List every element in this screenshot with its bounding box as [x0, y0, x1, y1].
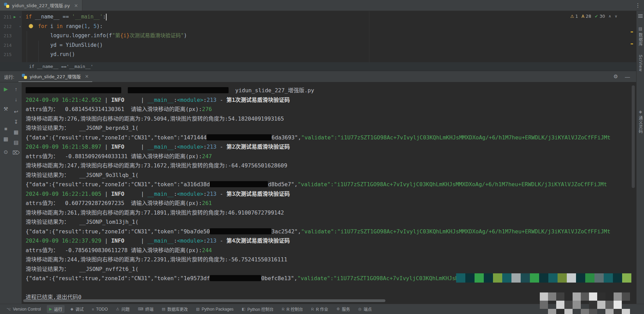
statusbar-run[interactable]: ▶运行	[47, 305, 65, 313]
text-segment: 2024-09-09 16:22:21.005	[26, 191, 101, 197]
statusbar-label: Version Control	[13, 307, 41, 312]
more-icon[interactable]: ⋮	[635, 2, 641, 9]
text-segment: INFO	[111, 97, 137, 103]
console-line: yidun_slide_227_增强版.py	[26, 86, 636, 95]
statusbar-todo[interactable]: ≡TODO	[90, 306, 110, 313]
code-editor[interactable]: 211▶▾212▾213214215 if __name__ == '__mai…	[0, 11, 636, 62]
text-segment: {"data":{"result":true,"zoneId":"CN31","…	[26, 134, 207, 141]
tool-button-database[interactable]: ▤ 数据库	[636, 26, 644, 46]
tool-button-sciview[interactable]: SciView	[636, 55, 644, 71]
statusbar-services[interactable]: ⚙服务	[334, 305, 353, 313]
intention-bulb-icon[interactable]	[29, 24, 33, 28]
run-console[interactable]: yidun_slide_227_增强版.py2024-09-09 16:21:4…	[22, 82, 636, 304]
text-segment: {"data":{"result":true,"zoneId":"CN31","…	[26, 181, 210, 188]
terminal-icon: ⌨	[138, 307, 143, 311]
statusbar-problems[interactable]: ⚠问题	[114, 305, 132, 313]
fold-icon[interactable]: ▾	[19, 15, 21, 19]
breadcrumb[interactable]: if __name__ =='__main__'	[0, 64, 93, 69]
text-segment: :	[174, 191, 177, 197]
pkg-icon: ▧	[196, 307, 200, 311]
scroll-to-end-button[interactable]: ↧	[14, 119, 18, 125]
text-segment: 3ac2542",	[271, 228, 301, 235]
text-segment: 244	[202, 247, 212, 254]
statusbar-r-jobs[interactable]: RR 作业	[309, 305, 331, 313]
statusbar-debug[interactable]: ◆调试	[68, 305, 86, 313]
statusbar-label: 运行	[54, 306, 62, 312]
text-segment: ):	[97, 23, 103, 29]
inspection-stripe-mark[interactable]	[631, 43, 633, 44]
line-number: 215	[0, 52, 12, 57]
text-segment: 276	[202, 106, 212, 112]
statusbar-r-console[interactable]: RR 控制台	[279, 305, 305, 313]
line-number: 212	[0, 24, 12, 29]
console-line: {"data":{"result":true,"zoneId":"CN31","…	[26, 180, 636, 189]
text-segment: i	[50, 23, 56, 29]
restore-layout-button[interactable]: ▦	[3, 136, 8, 142]
statusbar-endpoints[interactable]: ◎端点	[356, 305, 374, 313]
text-segment: 2024-09-09 16:22:37.929	[26, 237, 101, 244]
gear-icon[interactable]: ⚙	[614, 73, 618, 80]
text-segment: :	[203, 144, 207, 150]
minimize-icon[interactable]: —	[625, 74, 630, 80]
pin-button[interactable]: ⊙	[4, 149, 8, 155]
next-problem-icon[interactable]: ∨	[615, 14, 617, 18]
code-line-213[interactable]: loguru.logger.info(f"第{i}次测试易盾滑块验证码")	[26, 31, 187, 41]
text-segment: -	[217, 144, 227, 150]
rerun-button[interactable]: ▶	[4, 86, 8, 92]
tool-label: SciView	[638, 55, 643, 71]
python-icon: ◧	[242, 307, 245, 311]
text-segment: attrs值为： -0.7856190830611278 请输入滑块移动的距离(…	[26, 247, 202, 254]
code-line-214[interactable]: yd = YiDunSlide()	[26, 41, 187, 50]
text-caret	[106, 14, 107, 21]
statusbar-python-console[interactable]: ◧Python 控制台	[239, 305, 276, 313]
code-line-212[interactable]: for i in range(1, 5):	[26, 22, 187, 31]
inspection-stripe-mark[interactable]	[631, 31, 633, 32]
statusbar-label: R 作业	[316, 306, 328, 312]
text-segment: <module>	[177, 97, 203, 103]
code-line-215[interactable]: yd.run()	[26, 50, 187, 59]
editor-tab[interactable]: yidun_slide_227_增强版.py ×	[0, 0, 82, 11]
up-stack-trace-button[interactable]: ↑	[15, 86, 17, 92]
settings-wrench-button[interactable]: ⚒	[3, 106, 8, 112]
database-icon: ▤	[639, 26, 642, 31]
prev-problem-icon[interactable]: ∧	[608, 14, 611, 18]
redacted-block	[207, 134, 272, 140]
close-icon[interactable]: ×	[85, 73, 89, 79]
console-line: 滑块验证结果为： __JSONP_berpn63_1(	[26, 123, 636, 133]
hidden-toolwindows-icon[interactable]	[636, 14, 644, 18]
gutter-line-215: 215	[0, 50, 22, 59]
text-segment: "validate":"i1U77zSZT1GO98Ac+7vIvyljC03K…	[301, 134, 611, 141]
tool-button-ai-assistant[interactable]: ◈ 通义灵码	[636, 109, 644, 134]
vertical-scrollbar[interactable]	[632, 85, 635, 188]
text-segment: attrs值为： 0.6814545314130361 请输入滑块移动的距离(p…	[26, 106, 202, 112]
statusbar-version-control[interactable]: ⌥Version Control	[4, 306, 43, 313]
console-line: {"data":{"result":true,"zoneId":"CN31","…	[26, 274, 636, 283]
clear-all-button[interactable]: ⌦	[12, 150, 19, 155]
text-segment: '__main__'	[72, 14, 102, 20]
run-tab[interactable]: yidun_slide_227_增强版 ×	[18, 71, 92, 82]
text-segment: 213	[207, 97, 217, 103]
horizontal-scrollbar[interactable]	[23, 299, 385, 302]
text-segment: |	[101, 144, 111, 150]
text-segment: 第1次测试易盾滑块验证码	[227, 97, 290, 103]
close-icon[interactable]: ×	[74, 3, 78, 8]
text-segment: loguru.logger.info(f	[26, 32, 112, 39]
statusbar-python-packages[interactable]: ▧Python Packages	[194, 306, 236, 313]
console-line	[26, 283, 636, 293]
gutter-line-213: 213	[0, 31, 22, 41]
console-line: 滑块移动距离为:276,滑块图向右移动的距离为:79.5094,滑块图片旋转的角…	[26, 114, 636, 124]
statusbar-database-changes[interactable]: ▤数据库更改	[159, 305, 190, 313]
text-segment: 第3次测试易盾滑块验证码	[227, 191, 290, 197]
stop-button[interactable]: ■	[4, 126, 7, 132]
text-segment: :	[203, 191, 207, 197]
statusbar-terminal[interactable]: ⌨终端	[135, 305, 156, 313]
down-stack-trace-button[interactable]: ↓	[15, 97, 17, 102]
inspections-widget[interactable]: ⚠ 1 A 28 ✔ 30 ∧ ∨	[570, 14, 617, 19]
text-segment: INFO	[111, 144, 137, 150]
fold-icon[interactable]: ▾	[19, 25, 21, 28]
layout-button[interactable]: ▦	[14, 129, 18, 135]
run-line-icon[interactable]: ▶	[12, 15, 18, 19]
console-line: 滑块验证结果为： __JSONP_lom13jh_1(	[26, 217, 636, 227]
print-button[interactable]: ▤	[14, 140, 18, 145]
soft-wrap-button[interactable]: ↩	[14, 109, 18, 114]
